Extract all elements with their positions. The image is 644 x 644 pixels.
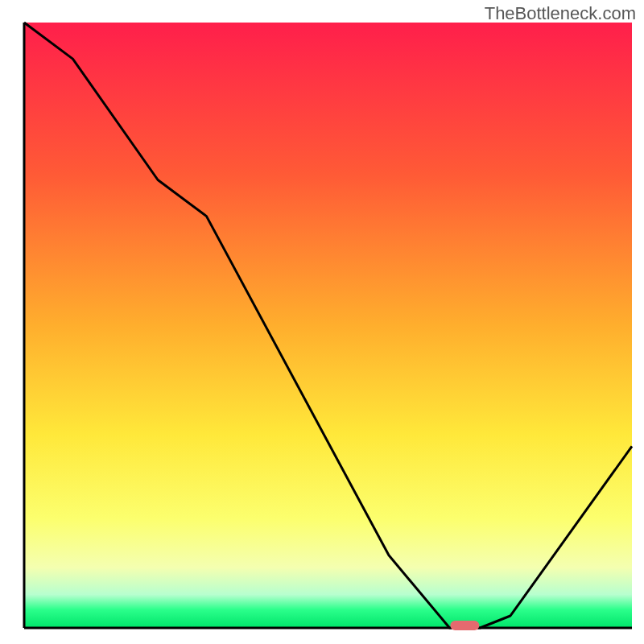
bottleneck-chart [0,0,644,644]
chart-svg [0,0,644,644]
optimal-marker [450,621,479,630]
plot-background [24,23,632,628]
watermark-text: TheBottleneck.com [485,3,636,24]
